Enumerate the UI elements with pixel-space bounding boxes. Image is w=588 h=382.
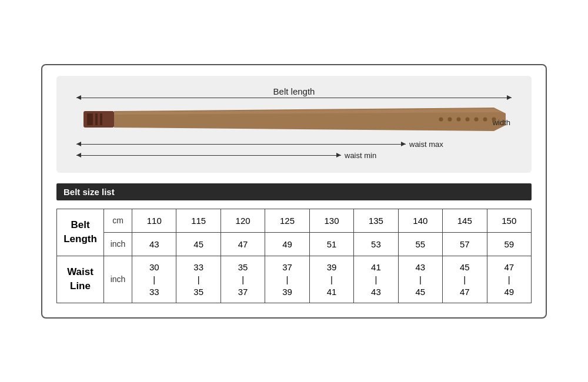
belt-diagram: Belt length	[56, 76, 532, 173]
belt-inch-45: 45	[176, 232, 220, 256]
waist-range-5: 41|43	[354, 256, 398, 303]
svg-rect-2	[95, 113, 98, 125]
svg-point-10	[475, 117, 479, 121]
svg-point-6	[439, 117, 443, 121]
svg-point-11	[483, 117, 487, 121]
waist-unit: inch	[104, 256, 132, 303]
svg-point-9	[466, 117, 470, 121]
section-header: Belt size list	[56, 183, 532, 200]
waist-line-header: WaistLine	[57, 256, 104, 303]
belt-inch-43: 43	[132, 232, 176, 256]
belt-cm-150: 150	[487, 209, 532, 232]
waist-range-4: 39|41	[309, 256, 353, 303]
belt-cm-120: 120	[220, 209, 265, 232]
waist-line-row: WaistLine inch 30|33 33|35 35|37 37|39 3…	[57, 256, 532, 303]
waist-range-0: 30|33	[132, 256, 176, 303]
waist-range-6: 43|45	[398, 256, 442, 303]
belt-inch-51: 51	[309, 232, 353, 256]
waist-range-3: 37|39	[265, 256, 309, 303]
waist-range-1: 33|35	[176, 256, 220, 303]
size-table: BeltLength cm 110 115 120 125 130 135 14…	[56, 209, 532, 303]
svg-point-7	[448, 117, 452, 121]
belt-length-header: BeltLength	[57, 209, 104, 256]
waist-min-label: waist min	[345, 151, 376, 160]
main-card: Belt length	[41, 64, 547, 319]
belt-cm-115: 115	[176, 209, 220, 232]
belt-cm-130: 130	[309, 209, 353, 232]
belt-cm-135: 135	[354, 209, 398, 232]
belt-inch-53: 53	[354, 232, 398, 256]
belt-length-label: Belt length	[273, 86, 315, 96]
belt-inch-49: 49	[265, 232, 309, 256]
svg-rect-1	[87, 113, 93, 125]
belt-inch-57: 57	[443, 232, 487, 256]
belt-length-inch-row: inch 43 45 47 49 51 53 55 57 59	[57, 232, 532, 256]
belt-inch-55: 55	[398, 232, 442, 256]
belt-length-cm-row: BeltLength cm 110 115 120 125 130 135 14…	[57, 209, 532, 232]
waist-range-8: 47|49	[487, 256, 532, 303]
width-label: width	[493, 118, 510, 127]
unit-inch: inch	[104, 232, 132, 256]
waist-max-label: waist max	[409, 140, 443, 149]
belt-cm-140: 140	[398, 209, 442, 232]
belt-cm-125: 125	[265, 209, 309, 232]
belt-cm-145: 145	[443, 209, 487, 232]
svg-rect-3	[100, 113, 102, 125]
belt-inch-47: 47	[220, 232, 265, 256]
waist-range-7: 45|47	[443, 256, 487, 303]
belt-cm-110: 110	[132, 209, 176, 232]
belt-illustration	[74, 102, 514, 137]
unit-cm: cm	[104, 209, 132, 232]
waist-range-2: 35|37	[220, 256, 265, 303]
svg-point-8	[457, 117, 461, 121]
belt-inch-59: 59	[487, 232, 532, 256]
